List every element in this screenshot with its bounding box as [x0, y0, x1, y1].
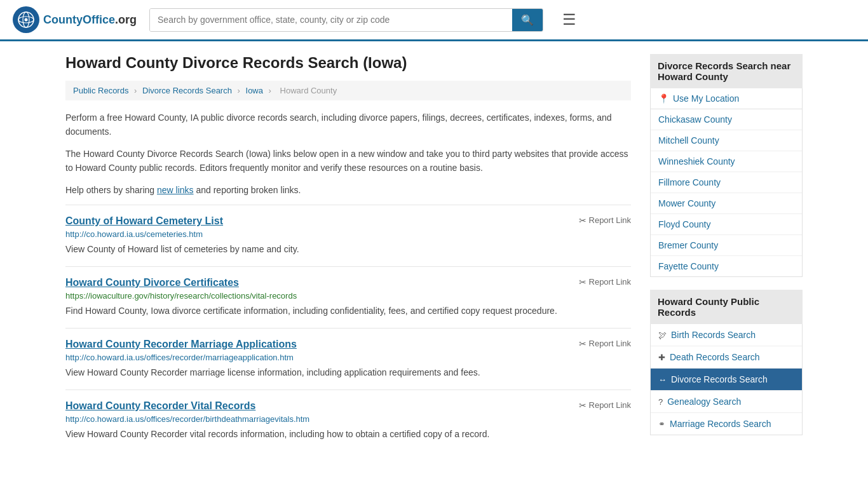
use-location-row: 📍 Use My Location [650, 88, 803, 109]
logo-text: CountyOffice.org [43, 13, 137, 27]
main-content: Howard County Divorce Records Search (Io… [65, 54, 631, 451]
hamburger-menu-icon[interactable]: ☰ [562, 11, 576, 29]
description-3: Help others by sharing new links and rep… [65, 183, 631, 197]
public-records-section: Howard County Public Records 🕊 Birth Rec… [650, 290, 803, 435]
svg-point-3 [25, 18, 28, 22]
description-2: The Howard County Divorce Records Search… [65, 147, 631, 175]
nearby-county-link-2[interactable]: Winneshiek County [658, 156, 735, 166]
rec-icon-3: ? [658, 397, 663, 407]
rec-icon-4: ⚭ [658, 419, 665, 429]
nearby-county-link-3[interactable]: Fillmore County [658, 177, 721, 187]
public-record-item: ⚭ Marriage Records Search [651, 413, 802, 435]
new-links-link[interactable]: new links [157, 185, 194, 195]
public-record-link-3[interactable]: Genealogy Search [667, 396, 741, 407]
public-records-section-title: Howard County Public Records [650, 290, 803, 324]
report-link-1[interactable]: ✂ Report Link [579, 277, 631, 287]
logo-icon [13, 6, 39, 33]
nearby-county-link-0[interactable]: Chickasaw County [658, 114, 732, 125]
nearby-county-link-1[interactable]: Mitchell County [658, 135, 719, 146]
nearby-county-item: Bremer County [651, 235, 802, 256]
result-url-1: https://iowaculture.gov/history/research… [65, 291, 631, 301]
result-entry: County of Howard Cemetery List ✂ Report … [65, 205, 631, 266]
description-1: Perform a free Howard County, IA public … [65, 111, 631, 139]
public-record-link-1[interactable]: Death Records Search [670, 352, 760, 362]
public-record-item: 🕊 Birth Records Search [651, 324, 802, 346]
result-header-3: Howard County Recorder Vital Records ✂ R… [65, 400, 631, 414]
nearby-county-item: Fillmore County [651, 172, 802, 193]
breadcrumb: Public Records › Divorce Records Search … [65, 81, 631, 100]
nearby-county-item: Mower County [651, 193, 802, 214]
use-location-link[interactable]: Use My Location [673, 93, 739, 104]
result-desc-0: View County of Howard list of cemeteries… [65, 243, 631, 256]
report-link-3[interactable]: ✂ Report Link [579, 400, 631, 410]
result-entry: Howard County Recorder Marriage Applicat… [65, 328, 631, 390]
search-input[interactable] [150, 9, 512, 31]
search-bar: 🔍 [149, 8, 543, 32]
scissors-icon: ✂ [579, 215, 587, 226]
breadcrumb-current: Howard County [280, 86, 337, 95]
public-record-link-0[interactable]: Birth Records Search [671, 330, 756, 340]
result-url-3: http://co.howard.ia.us/offices/recorder/… [65, 414, 631, 424]
result-url-2: http://co.howard.ia.us/offices/recorder/… [65, 353, 631, 362]
public-record-link-2[interactable]: Divorce Records Search [671, 374, 768, 384]
scissors-icon: ✂ [579, 400, 587, 410]
result-desc-2: View Howard County Recorder marriage lic… [65, 366, 631, 379]
rec-icon-1: ✚ [658, 353, 665, 362]
logo-link[interactable]: CountyOffice.org [13, 6, 137, 33]
public-record-link-4[interactable]: Marriage Records Search [670, 419, 771, 429]
report-link-0[interactable]: ✂ Report Link [579, 215, 631, 226]
results-container: County of Howard Cemetery List ✂ Report … [65, 205, 631, 451]
nearby-county-item: Floyd County [651, 214, 802, 235]
report-link-2[interactable]: ✂ Report Link [579, 339, 631, 349]
page-title: Howard County Divorce Records Search (Io… [65, 54, 631, 72]
public-record-item: ✚ Death Records Search [651, 346, 802, 369]
result-entry: Howard County Recorder Vital Records ✂ R… [65, 390, 631, 451]
result-title-3[interactable]: Howard County Recorder Vital Records [65, 400, 255, 412]
page-container: Howard County Divorce Records Search (Io… [53, 41, 815, 464]
result-header-2: Howard County Recorder Marriage Applicat… [65, 339, 631, 353]
search-button[interactable]: 🔍 [512, 9, 543, 31]
nearby-county-item: Winneshiek County [651, 151, 802, 172]
result-desc-1: Find Howard County, Iowa divorce certifi… [65, 304, 631, 318]
scissors-icon: ✂ [579, 339, 587, 349]
breadcrumb-public-records[interactable]: Public Records [73, 86, 128, 95]
nearby-county-link-6[interactable]: Bremer County [658, 240, 718, 250]
rec-icon-0: 🕊 [658, 330, 667, 340]
result-title-2[interactable]: Howard County Recorder Marriage Applicat… [65, 339, 297, 350]
nearby-county-item: Fayette County [651, 256, 802, 276]
nearby-county-link-5[interactable]: Floyd County [658, 219, 710, 229]
nearby-county-link-7[interactable]: Fayette County [658, 261, 719, 271]
public-records-list: 🕊 Birth Records Search ✚ Death Records S… [650, 324, 803, 435]
breadcrumb-iowa[interactable]: Iowa [246, 86, 263, 95]
result-title-1[interactable]: Howard County Divorce Certificates [65, 277, 239, 288]
nearby-section: Divorce Records Search near Howard Count… [650, 54, 803, 277]
rec-icon-2: ↔ [658, 375, 667, 384]
sidebar: Divorce Records Search near Howard Count… [650, 54, 803, 451]
result-header-1: Howard County Divorce Certificates ✂ Rep… [65, 277, 631, 291]
nearby-county-item: Chickasaw County [651, 109, 802, 130]
header: CountyOffice.org 🔍 ☰ [0, 0, 868, 41]
result-header-0: County of Howard Cemetery List ✂ Report … [65, 215, 631, 229]
result-title-0[interactable]: County of Howard Cemetery List [65, 215, 223, 227]
scissors-icon: ✂ [579, 277, 587, 287]
result-url-0: http://co.howard.ia.us/cemeteries.htm [65, 229, 631, 239]
public-record-item: ↔ Divorce Records Search [651, 369, 802, 391]
location-pin-icon: 📍 [658, 93, 669, 104]
nearby-county-link-4[interactable]: Mower County [658, 198, 715, 208]
nearby-counties-list: Chickasaw CountyMitchell CountyWinneshie… [650, 109, 803, 277]
breadcrumb-divorce-records[interactable]: Divorce Records Search [142, 86, 232, 95]
result-entry: Howard County Divorce Certificates ✂ Rep… [65, 266, 631, 328]
public-record-item: ? Genealogy Search [651, 391, 802, 413]
result-desc-3: View Howard County Recorder vital record… [65, 428, 631, 441]
nearby-county-item: Mitchell County [651, 130, 802, 151]
nearby-section-title: Divorce Records Search near Howard Count… [650, 54, 803, 88]
